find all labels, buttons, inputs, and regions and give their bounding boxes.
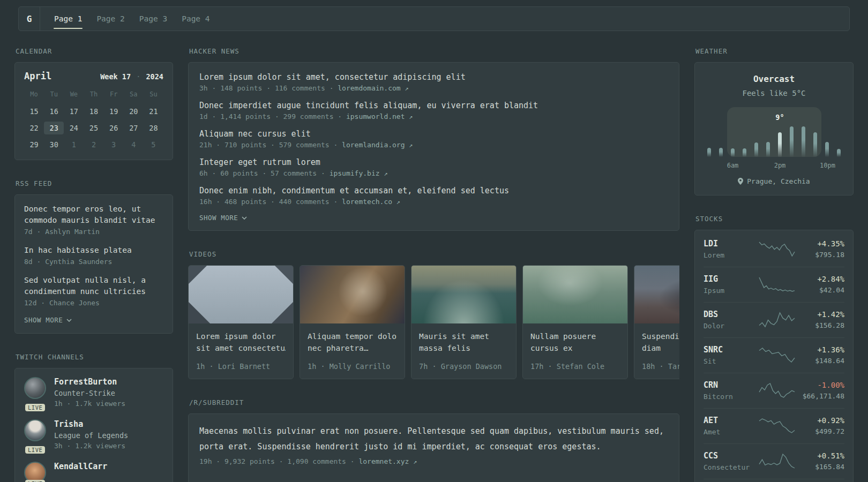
hn-item-domain-link[interactable]: ipsumify.biz xyxy=(330,169,380,177)
stocks-widget: LDI Lorem +4.35% $795.18 IIG Ipsum xyxy=(694,230,854,482)
rss-item[interactable]: Sed volutpat nulla nisl, a condimentum n… xyxy=(24,275,163,307)
twitch-channel[interactable]: LIVE KendallCarr xyxy=(24,462,163,482)
video-title: Aliquam tempor dolor nec pharetra… xyxy=(300,323,405,354)
weather-bar xyxy=(837,149,841,157)
hn-item-meta: 1d · 1,414 points · 299 comments · ipsum… xyxy=(199,112,668,120)
stock-row[interactable]: CRN Bitcorn -1.00% $66,171.48 xyxy=(704,373,844,408)
channel-name[interactable]: ForrestBurton xyxy=(54,377,125,387)
rss-item[interactable]: In hac habitasse platea 8d · Cynthia Sau… xyxy=(24,245,163,266)
stocks-section: STOCKS LDI Lorem +4.35% $795.18 xyxy=(694,215,854,482)
stock-sparkline xyxy=(759,347,795,363)
weather-section-title: WEATHER xyxy=(695,47,852,55)
page-tab[interactable]: Page 1 xyxy=(54,7,83,31)
rss-item[interactable]: Donec tempor eros leo, ut commodo mauris… xyxy=(24,204,163,236)
hn-show-more-button[interactable]: SHOW MORE xyxy=(199,214,668,222)
video-card[interactable]: Mauris sit amet massa felis 7h · Grayson… xyxy=(411,265,517,379)
stock-row[interactable]: DBS Dolor +1.42% $156.28 xyxy=(704,302,844,337)
calendar-month: April xyxy=(24,71,51,81)
hn-item-domain-link[interactable]: loremdomain.com xyxy=(338,84,400,92)
calendar-day: 26 xyxy=(104,122,124,134)
hn-item-domain-link[interactable]: loremlandia.org xyxy=(342,141,405,149)
hn-item-stats: 6h · 60 points · 57 comments · xyxy=(199,169,330,177)
stock-ticker: CCS xyxy=(704,451,759,461)
video-card[interactable]: Nullam posuere cursus ex 17h · Stefan Co… xyxy=(522,265,628,379)
page-tab[interactable]: Page 3 xyxy=(139,7,168,31)
live-badge: LIVE xyxy=(25,480,45,482)
video-thumbnail[interactable] xyxy=(523,266,627,323)
video-card[interactable]: Lorem ipsum dolor sit amet consectetu… 1… xyxy=(188,265,294,379)
stock-row[interactable]: AET Amet +0.92% $499.72 xyxy=(704,408,844,443)
stock-ticker: DBS xyxy=(704,310,759,319)
stock-row[interactable]: SNRC Sit +1.36% $148.64 xyxy=(704,337,844,373)
channel-name[interactable]: KendallCarr xyxy=(54,462,107,471)
video-meta: 1h · Lori Barnett xyxy=(189,354,293,379)
hn-item-title[interactable]: Donec enim nibh, condimentum et accumsan… xyxy=(199,185,668,197)
rss-item-meta: 7d · Ashlyn Martin xyxy=(24,228,163,236)
weather-time-label: 2pm xyxy=(774,162,786,169)
video-thumbnail[interactable] xyxy=(300,266,405,323)
subreddit-post-title[interactable]: Maecenas mollis pulvinar erat non posuer… xyxy=(199,424,668,455)
app-logo[interactable]: G xyxy=(19,7,40,31)
channel-game: Counter-Strike xyxy=(54,389,125,397)
weather-hourly-chart: 9° xyxy=(707,107,841,157)
channel-viewers: 3h · 1.2k viewers xyxy=(54,442,128,450)
rss-item-title[interactable]: In hac habitasse platea xyxy=(24,245,163,256)
twitch-channel[interactable]: LIVE ForrestBurton Counter-Strike 1h · 1… xyxy=(24,377,163,408)
external-link-icon: ↗ xyxy=(413,458,417,465)
weather-bar xyxy=(731,148,735,157)
calendar-day: 16 xyxy=(44,105,64,118)
video-title-line: Lorem ipsum dolor xyxy=(196,330,286,342)
calendar-weekday: Sa xyxy=(124,91,144,98)
subreddit-section: /R/SUBREDDIT Maecenas mollis pulvinar er… xyxy=(188,398,679,482)
stock-change: +2.84% xyxy=(795,275,844,283)
stock-row[interactable]: CCS Consectetur +0.51% $165.84 xyxy=(704,443,844,479)
stock-row[interactable]: AHS +0.46% xyxy=(704,479,844,482)
hn-item-title[interactable]: Donec imperdiet augue tincidunt felis al… xyxy=(199,100,668,111)
video-thumbnail[interactable] xyxy=(634,266,679,323)
calendar-day: 22 xyxy=(24,122,44,134)
subreddit-post-domain-link[interactable]: loremnet.xyz xyxy=(358,457,409,465)
rss-show-more-button[interactable]: SHOW MORE xyxy=(24,316,163,324)
hacker-news-widget: Lorem ipsum dolor sit amet, consectetur … xyxy=(188,62,679,231)
video-title: Suspendisse diam xyxy=(634,323,679,354)
calendar-weekday: Fr xyxy=(104,91,124,98)
calendar-day: 23 xyxy=(44,122,64,134)
hn-item-title[interactable]: Integer eget rutrum lorem xyxy=(199,157,668,168)
top-nav: G Page 1Page 2Page 3Page 4 xyxy=(18,6,850,31)
chevron-down-icon xyxy=(66,319,72,322)
stock-row[interactable]: LDI Lorem +4.35% $795.18 xyxy=(704,232,844,267)
hn-item-domain-link[interactable]: loremtech.co xyxy=(342,198,392,206)
hn-item-title[interactable]: Lorem ipsum dolor sit amet, consectetur … xyxy=(199,72,668,83)
video-card[interactable]: Aliquam tempor dolor nec pharetra… 1h · … xyxy=(300,265,405,379)
channel-name[interactable]: Trisha xyxy=(54,419,128,429)
rss-item-title[interactable]: Sed volutpat nulla nisl, a condimentum n… xyxy=(24,275,163,297)
subreddit-section-title: /R/SUBREDDIT xyxy=(189,398,678,406)
calendar-widget: April Week 17 · 2024 MoTuWeThFrSaSu 1516… xyxy=(14,62,173,160)
video-meta: 17h · Stefan Cole xyxy=(523,354,627,379)
hn-item-domain-link[interactable]: ipsumworld.net xyxy=(346,112,405,120)
hn-item-stats: 21h · 710 points · 579 comments · xyxy=(199,141,342,149)
weather-bar xyxy=(778,132,782,157)
video-thumbnail[interactable] xyxy=(189,266,293,323)
video-thumbnail[interactable] xyxy=(411,266,516,323)
hn-item: Integer eget rutrum lorem 6h · 60 points… xyxy=(199,157,668,177)
stock-sparkline xyxy=(759,453,795,469)
rss-item-title[interactable]: Donec tempor eros leo, ut commodo mauris… xyxy=(24,204,163,226)
video-card[interactable]: Suspendisse diam 18h · Tara Barrera xyxy=(634,265,679,379)
hn-item-title[interactable]: Aliquam nec cursus elit xyxy=(199,129,668,140)
stock-sparkline xyxy=(759,312,795,328)
page-tab[interactable]: Page 2 xyxy=(96,7,125,31)
stock-price: $148.64 xyxy=(795,357,844,365)
external-link-icon: ↗ xyxy=(409,113,413,120)
stock-row[interactable]: IIG Ipsum +2.84% $42.04 xyxy=(704,267,844,302)
twitch-channel[interactable]: LIVE Trisha League of Legends 3h · 1.2k … xyxy=(24,419,163,450)
page-tab[interactable]: Page 4 xyxy=(181,7,210,31)
videos-carousel[interactable]: Lorem ipsum dolor sit amet consectetu… 1… xyxy=(188,265,679,379)
video-title-line: massa felis xyxy=(419,342,508,354)
weather-widget: Overcast Feels like 5°C 9° 6am 2pm 10pm xyxy=(694,62,854,195)
video-title: Nullam posuere cursus ex xyxy=(523,323,627,354)
calendar-day: 15 xyxy=(24,105,44,118)
hn-item: Aliquam nec cursus elit 21h · 710 points… xyxy=(199,129,668,149)
chevron-down-icon xyxy=(242,216,247,220)
channel-viewers: 1h · 1.7k viewers xyxy=(54,400,125,408)
